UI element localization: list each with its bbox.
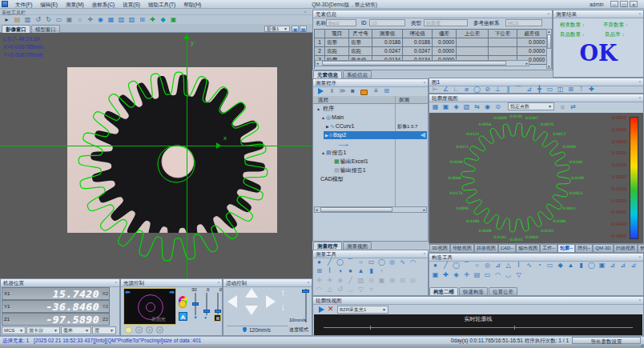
report-icon[interactable]: ▦ bbox=[106, 15, 116, 24]
rotate-icon[interactable]: ↺ bbox=[335, 285, 345, 294]
motion-control-pin-icon[interactable]: ▫ bbox=[308, 279, 309, 286]
cylinder-icon[interactable]: ▮ bbox=[366, 266, 376, 275]
point-icon[interactable]: ● bbox=[314, 258, 324, 266]
c-angle1-icon[interactable]: ⊿ bbox=[607, 261, 618, 270]
menu-item-5[interactable]: 辅助工具(T) bbox=[144, 0, 179, 9]
viewport-tool-button-1[interactable]: ▣ bbox=[292, 26, 299, 32]
construct-tab-2[interactable]: 位置公差 bbox=[489, 287, 517, 295]
profile-clear-icon[interactable]: ✕ bbox=[328, 305, 334, 313]
c-diamond-icon[interactable]: ◆ bbox=[555, 261, 566, 270]
symmetry-icon[interactable]: ◫ bbox=[555, 85, 566, 94]
run-program-icon[interactable] bbox=[318, 88, 324, 94]
close-button[interactable]: ✕ bbox=[630, 1, 638, 7]
diameter-icon[interactable]: ⌀ bbox=[461, 85, 472, 94]
menu-item-0[interactable]: 文件(F) bbox=[11, 0, 36, 9]
flatness-icon[interactable]: ▭ bbox=[545, 85, 555, 94]
z-up-button[interactable]: ↑ bbox=[280, 287, 285, 298]
ring-prev-icon[interactable]: ⬅ bbox=[125, 289, 131, 296]
tree-row-cad[interactable]: CAD模型 bbox=[314, 175, 427, 183]
open-icon[interactable]: ▤ bbox=[12, 15, 22, 24]
camera-icon[interactable]: ◉ bbox=[95, 15, 106, 24]
lock-icon[interactable] bbox=[360, 90, 368, 95]
auto-light-button[interactable]: A bbox=[179, 312, 187, 321]
camera-select[interactable]: 影像1▼ bbox=[264, 26, 290, 32]
c-ellipse-icon[interactable]: ○ bbox=[472, 261, 482, 270]
table-row[interactable]: 2齿距齿距0.02470.02470.00000.0000 bbox=[315, 47, 546, 56]
machine-position-pin-icon[interactable]: ▫ bbox=[115, 279, 117, 286]
export-params-button[interactable]: 导出参数设置 bbox=[572, 337, 641, 344]
pattern-icon[interactable]: ⊞ bbox=[566, 85, 576, 94]
tree-row-report[interactable]: ▲▤报告1 bbox=[314, 149, 427, 157]
expand-icon[interactable]: ⊞ bbox=[381, 86, 392, 95]
coaxial-light-icon[interactable] bbox=[179, 300, 187, 308]
fit-view-icon[interactable]: ▣ bbox=[441, 102, 451, 111]
program-tab-1[interactable]: 测量视图 bbox=[343, 242, 372, 250]
coord-type-select[interactable]: 笛卡尔▼ bbox=[26, 326, 60, 334]
info-tab-1[interactable]: 系统信息 bbox=[343, 70, 372, 78]
result-pin-icon[interactable]: ▫ bbox=[639, 10, 641, 18]
view-tab-2[interactable]: 拼接视图 bbox=[474, 244, 498, 253]
program-tab-0[interactable]: 测量程序 bbox=[313, 242, 342, 250]
sphere-icon[interactable]: ◑ bbox=[335, 266, 345, 275]
coord-system-select[interactable]: MCS▼ bbox=[2, 326, 26, 334]
plus-icon[interactable]: ✚ bbox=[586, 85, 597, 94]
tri-small-icon[interactable]: ▿ bbox=[366, 285, 376, 294]
c-tri2-icon[interactable]: △ bbox=[503, 261, 513, 270]
points-select[interactable]: 指定点数▼ bbox=[508, 102, 554, 110]
c2-tri-icon[interactable]: ▽ bbox=[513, 270, 524, 279]
c-point-icon[interactable]: ● bbox=[430, 261, 441, 270]
profile-plot-area[interactable]: 0.0109-0.00530.00210.0186-0.01020.0064-0… bbox=[429, 113, 643, 243]
construct-tab-0[interactable]: 构造二维 bbox=[429, 287, 458, 295]
table-icon[interactable]: ▧ bbox=[116, 15, 127, 24]
line-icon[interactable]: ╱ bbox=[324, 258, 335, 266]
tree-row-program[interactable]: ▲ 程序 bbox=[314, 105, 427, 113]
resize-grip[interactable]: ◢ bbox=[640, 342, 643, 347]
center-view-icon[interactable]: ⊙ bbox=[493, 102, 503, 111]
construct-tab-1[interactable]: 快速构造 bbox=[459, 287, 488, 295]
c-rect-icon[interactable]: ▭ bbox=[545, 261, 555, 270]
view-tab-10[interactable]: 形状-- bbox=[638, 244, 644, 253]
save-icon[interactable]: ▥ bbox=[22, 15, 33, 24]
annulus-icon[interactable]: ◎ bbox=[387, 258, 397, 266]
grid-view-icon[interactable]: ▦ bbox=[430, 102, 441, 111]
c-angle3-icon[interactable]: ⊿ bbox=[628, 261, 638, 270]
position-icon[interactable]: ╋ bbox=[534, 85, 545, 94]
menu-item-6[interactable]: 帮助(H) bbox=[179, 0, 205, 9]
layout-icon[interactable]: ▨ bbox=[127, 15, 137, 24]
id-field[interactable]: 13 bbox=[369, 19, 405, 26]
construct-tools-pin-icon[interactable]: ▫ bbox=[639, 254, 641, 261]
light-channel-4[interactable]: ✕ bbox=[156, 326, 163, 334]
c-tri-icon[interactable]: ⊿ bbox=[493, 261, 503, 270]
menu-item-3[interactable]: 坐标系(C) bbox=[88, 0, 119, 9]
z-down-button[interactable]: ↓ bbox=[280, 302, 285, 313]
c-arc-icon[interactable]: ⌒ bbox=[461, 261, 472, 270]
minusbox-icon[interactable]: ⊟ bbox=[397, 276, 408, 285]
light-channel-3[interactable]: ✕ bbox=[146, 326, 153, 334]
spline-icon[interactable]: ◠ bbox=[408, 258, 418, 266]
view1-pin-icon[interactable]: ▫ bbox=[639, 78, 641, 86]
tree-row-insert-arrow[interactable]: → bbox=[314, 140, 427, 148]
window-icon[interactable]: ▣ bbox=[64, 15, 74, 24]
type-field[interactable]: 轮廓度 bbox=[424, 19, 468, 26]
program-pin-icon[interactable]: ▫ bbox=[424, 79, 425, 86]
c2-sheet-icon[interactable]: ▤ bbox=[472, 270, 482, 279]
center-icon[interactable]: ⊙ bbox=[366, 276, 376, 285]
pause-icon[interactable]: ‖ bbox=[327, 86, 337, 95]
ring2-icon[interactable]: ◎ bbox=[408, 276, 418, 285]
cone-icon[interactable]: ▲ bbox=[356, 266, 366, 275]
c-circle-icon[interactable]: ◯ bbox=[451, 261, 461, 270]
c-sphere-icon[interactable]: ◯ bbox=[586, 261, 597, 270]
profile-source-select[interactable]: BZR采集光1▼ bbox=[337, 306, 388, 314]
move-right-button[interactable] bbox=[266, 295, 276, 308]
step-icon[interactable]: ≫ bbox=[337, 86, 348, 95]
light-channel-2[interactable]: ✕ bbox=[135, 326, 143, 334]
c-cyl-icon[interactable]: ▮ bbox=[576, 261, 586, 270]
view-tab-3[interactable]: CAD-- bbox=[498, 244, 517, 253]
c-line-icon[interactable]: ╱ bbox=[441, 261, 451, 270]
speed-track[interactable] bbox=[227, 326, 288, 326]
locate-icon[interactable]: ◆ bbox=[158, 15, 168, 24]
ring-icon[interactable]: ◯ bbox=[376, 258, 387, 266]
ring-next-icon[interactable]: ➡ bbox=[169, 289, 175, 296]
view-tab-1[interactable]: 导航视图 bbox=[450, 244, 474, 253]
tree-row-ccurv1[interactable]: ▶∿CCurv1影像1 0.7 bbox=[314, 122, 427, 130]
